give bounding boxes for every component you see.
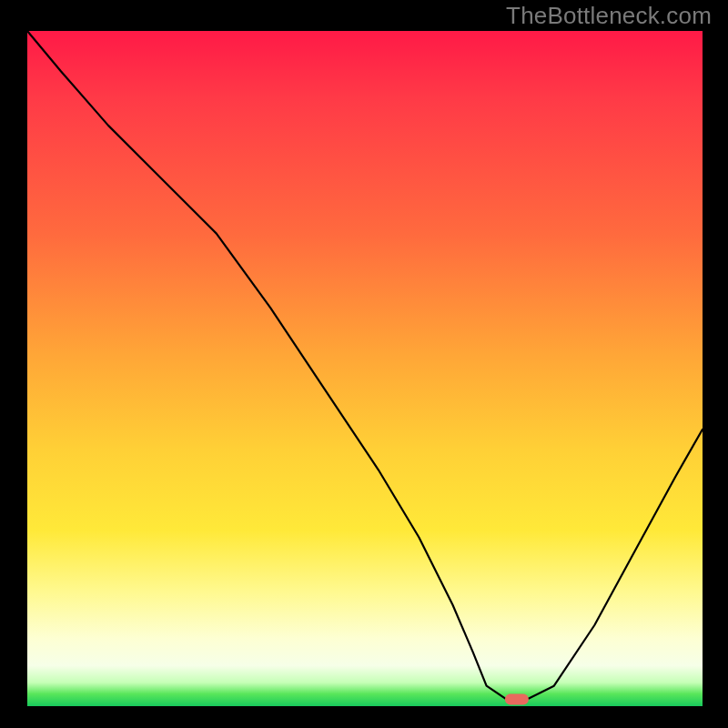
bottleneck-curve xyxy=(27,31,703,700)
plot-svg xyxy=(27,31,703,706)
optimal-marker xyxy=(505,694,529,705)
plot-area xyxy=(27,31,703,706)
chart-frame: TheBottleneck.com xyxy=(0,0,728,728)
watermark-label: TheBottleneck.com xyxy=(506,2,712,30)
